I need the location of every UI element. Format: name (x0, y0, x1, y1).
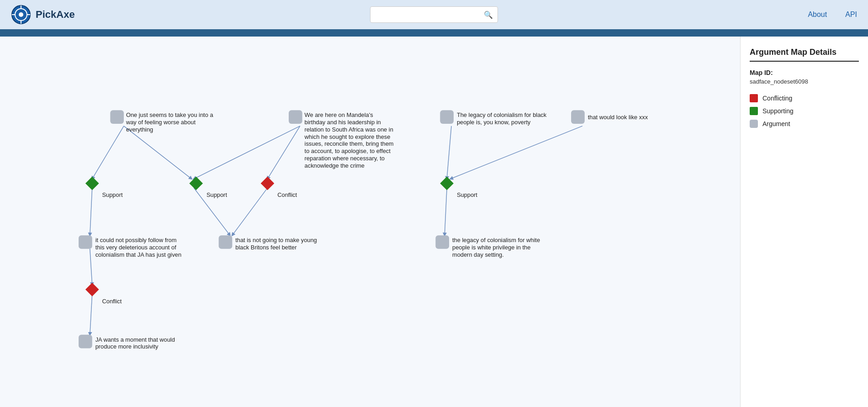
blue-bar (0, 29, 868, 37)
node-s2-label: Support (206, 191, 227, 198)
sidebar: Argument Map Details Map ID: sadface_nod… (740, 37, 868, 407)
edge-s3-n7 (445, 188, 447, 235)
search-bar[interactable]: 🔍 (370, 6, 498, 23)
node-n2-text: We are here on Mandela's birthday and hi… (304, 111, 395, 169)
legend-item-conflict: Conflicting (750, 94, 859, 102)
svg-point-2 (19, 12, 23, 17)
legend-conflict-label: Conflicting (762, 95, 792, 102)
sidebar-title: Argument Map Details (750, 48, 859, 62)
node-n4-text: that would look like xxx (588, 114, 648, 121)
node-n4-box[interactable] (571, 110, 585, 124)
main-layout: One just seems to take you into a way of… (0, 37, 868, 407)
logo-area: PickAxe (11, 5, 75, 25)
node-n6-text: that is not going to make young black Br… (235, 237, 318, 251)
map-id-label: Map ID: (750, 69, 859, 76)
search-icon[interactable]: 🔍 (484, 11, 493, 19)
logo-text: PickAxe (36, 9, 75, 21)
node-n5-text: it could not possibly follow from this v… (95, 237, 181, 258)
node-n7-text: the legacy of colonialism for white peop… (452, 237, 542, 258)
api-link[interactable]: API (845, 11, 857, 19)
edge-s1-n5 (90, 188, 92, 235)
edge-n4-s3 (450, 126, 582, 179)
node-n1-box[interactable] (110, 110, 124, 124)
node-n3-box[interactable] (440, 110, 454, 124)
node-c1-diamond[interactable] (261, 177, 275, 190)
legend-conflict-icon (750, 94, 758, 102)
node-s3-label: Support (457, 191, 477, 198)
header: PickAxe 🔍 About API (0, 0, 868, 29)
search-input[interactable] (375, 11, 484, 18)
argument-map-svg: One just seems to take you into a way of… (0, 37, 740, 407)
logo-icon (11, 5, 31, 25)
node-c1-label: Conflict (277, 191, 297, 198)
node-s1-label: Support (102, 191, 123, 198)
map-id-value: sadface_nodeset6098 (750, 78, 859, 85)
legend-item-argument: Argument (750, 120, 859, 128)
node-n8-text: JA wants a moment that would produce mor… (95, 336, 177, 350)
canvas-area: One just seems to take you into a way of… (0, 37, 740, 407)
node-n6-box[interactable] (219, 235, 233, 249)
about-link[interactable]: About (808, 11, 827, 19)
legend-argument-label: Argument (762, 120, 790, 127)
node-n2-box[interactable] (289, 110, 302, 124)
edge-c1-n6 (232, 188, 267, 235)
legend-item-support: Supporting (750, 107, 859, 115)
edge-n3-s3 (447, 126, 451, 179)
edge-c2-n8 (90, 294, 92, 335)
legend-support-icon (750, 107, 758, 115)
node-c2-diamond[interactable] (85, 283, 99, 296)
header-nav: About API (808, 11, 857, 19)
legend-argument-icon (750, 120, 758, 128)
node-n1-text: One just seems to take you into a way of… (126, 111, 215, 133)
edge-n1-s1 (92, 126, 124, 179)
node-n8-box[interactable] (79, 335, 92, 349)
node-n3-text: The legacy of colonialism for black peop… (457, 111, 548, 126)
node-c2-label: Conflict (102, 298, 122, 305)
node-n7-box[interactable] (435, 235, 449, 249)
legend-support-label: Supporting (762, 107, 794, 115)
node-s1-diamond[interactable] (85, 177, 99, 190)
edge-n5-c2 (90, 249, 92, 285)
edge-n1-s2 (124, 126, 191, 179)
legend-section: Conflicting Supporting Argument (750, 94, 859, 128)
node-n5-box[interactable] (79, 235, 92, 249)
